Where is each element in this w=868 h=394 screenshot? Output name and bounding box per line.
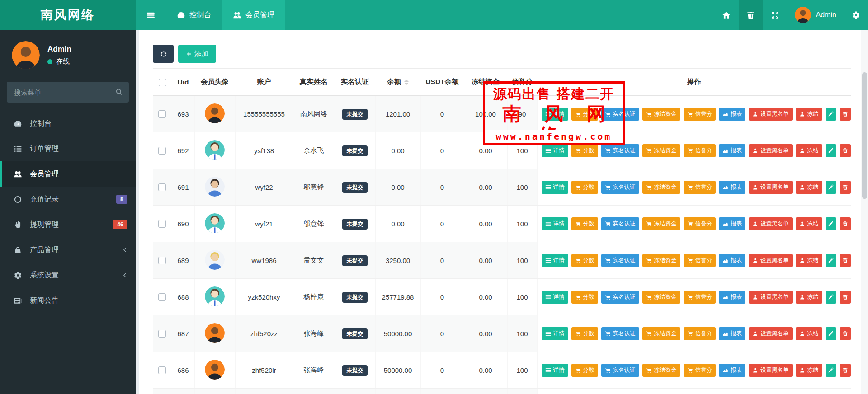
action-btn-6-button[interactable]: 设置黑名单 [749,144,793,157]
sidebar-item-4[interactable]: 提现管理46 [0,212,136,237]
fullscreen-button[interactable] [763,0,788,30]
row-checkbox[interactable] [158,220,166,228]
action-edit-button[interactable] [826,108,837,121]
action-edit-button[interactable] [826,327,837,340]
row-checkbox[interactable] [158,330,166,338]
action-btn-0-button[interactable]: 详情 [542,217,568,230]
action-btn-4-button[interactable]: 信誉分 [684,144,716,157]
action-btn-1-button[interactable]: 分数 [571,181,598,194]
action-btn-4-button[interactable]: 信誉分 [684,254,716,267]
action-btn-1-button[interactable]: 分数 [571,327,598,340]
action-btn-7-button[interactable]: 冻结 [796,217,822,230]
row-checkbox[interactable] [158,147,166,155]
action-btn-2-button[interactable]: 实名认证 [601,291,639,304]
action-btn-6-button[interactable]: 设置黑名单 [749,327,793,340]
column-header[interactable]: 余额 [375,69,420,96]
action-delete-button[interactable] [840,144,851,157]
action-btn-7-button[interactable]: 冻结 [796,254,822,267]
action-btn-4-button[interactable]: 信誉分 [684,327,716,340]
action-btn-1-button[interactable]: 分数 [571,364,598,377]
action-btn-4-button[interactable]: 信誉分 [684,364,716,377]
action-btn-5-button[interactable]: 报表 [719,144,745,157]
nav-tab-dashboard[interactable]: 控制台 [166,0,222,30]
action-btn-2-button[interactable]: 实名认证 [601,108,639,121]
sidebar-item-0[interactable]: 控制台 [0,111,136,136]
action-btn-6-button[interactable]: 设置黑名单 [749,181,793,194]
action-edit-button[interactable] [826,217,837,230]
action-btn-6-button[interactable]: 设置黑名单 [749,217,793,230]
action-btn-0-button[interactable]: 详情 [542,108,568,121]
action-btn-3-button[interactable]: 冻结资金 [642,364,680,377]
action-btn-0-button[interactable]: 详情 [542,254,568,267]
sidebar-item-7[interactable]: 新闻公告 [0,288,136,313]
clear-cache-button[interactable] [739,0,763,30]
action-btn-1-button[interactable]: 分数 [571,291,598,304]
settings-button[interactable] [844,0,868,30]
row-checkbox[interactable] [158,366,166,374]
action-btn-5-button[interactable]: 报表 [719,327,745,340]
action-btn-6-button[interactable]: 设置黑名单 [749,254,793,267]
action-btn-5-button[interactable]: 报表 [719,291,745,304]
action-btn-4-button[interactable]: 信誉分 [684,181,716,194]
sidebar-item-6[interactable]: 系统设置 [0,263,136,288]
sidebar-toggle-button[interactable] [136,0,166,30]
action-btn-7-button[interactable]: 冻结 [796,181,822,194]
action-delete-button[interactable] [840,291,851,304]
row-checkbox[interactable] [158,293,166,301]
refresh-button[interactable] [153,45,174,63]
action-btn-6-button[interactable]: 设置黑名单 [749,291,793,304]
action-btn-1-button[interactable]: 分数 [571,254,598,267]
action-btn-7-button[interactable]: 冻结 [796,108,822,121]
action-btn-0-button[interactable]: 详情 [542,364,568,377]
action-btn-1-button[interactable]: 分数 [571,108,598,121]
action-btn-2-button[interactable]: 实名认证 [601,217,639,230]
action-btn-4-button[interactable]: 信誉分 [684,217,716,230]
action-edit-button[interactable] [826,291,837,304]
action-delete-button[interactable] [840,364,851,377]
select-all-checkbox[interactable] [159,79,166,86]
action-btn-0-button[interactable]: 详情 [542,144,568,157]
action-edit-button[interactable] [826,364,837,377]
action-btn-1-button[interactable]: 分数 [571,217,598,230]
action-btn-4-button[interactable]: 信誉分 [684,291,716,304]
nav-tab-members[interactable]: 会员管理 [222,0,285,30]
action-btn-0-button[interactable]: 详情 [542,181,568,194]
action-btn-2-button[interactable]: 实名认证 [601,181,639,194]
action-btn-7-button[interactable]: 冻结 [796,144,822,157]
action-btn-1-button[interactable]: 分数 [571,144,598,157]
search-input[interactable] [7,82,129,103]
action-delete-button[interactable] [840,181,851,194]
action-btn-7-button[interactable]: 冻结 [796,364,822,377]
action-btn-2-button[interactable]: 实名认证 [601,144,639,157]
action-btn-5-button[interactable]: 报表 [719,108,745,121]
action-delete-button[interactable] [840,108,851,121]
action-btn-5-button[interactable]: 报表 [719,217,745,230]
sidebar-item-5[interactable]: 产品管理 [0,237,136,263]
home-button[interactable] [714,0,739,30]
row-checkbox[interactable] [158,110,166,118]
action-btn-3-button[interactable]: 冻结资金 [642,108,680,121]
add-button[interactable]: 添加 [178,45,216,63]
user-menu[interactable]: Admin [788,0,844,30]
action-btn-2-button[interactable]: 实名认证 [601,254,639,267]
action-btn-3-button[interactable]: 冻结资金 [642,291,680,304]
action-btn-5-button[interactable]: 报表 [719,254,745,267]
action-delete-button[interactable] [840,254,851,267]
scrollbar-thumb[interactable] [862,72,867,199]
action-btn-6-button[interactable]: 设置黑名单 [749,108,793,121]
action-btn-0-button[interactable]: 详情 [542,327,568,340]
sidebar-item-2[interactable]: 会员管理 [0,161,136,187]
action-delete-button[interactable] [840,217,851,230]
action-btn-3-button[interactable]: 冻结资金 [642,254,680,267]
action-btn-6-button[interactable]: 设置黑名单 [749,364,793,377]
action-edit-button[interactable] [826,254,837,267]
action-edit-button[interactable] [826,144,837,157]
action-btn-3-button[interactable]: 冻结资金 [642,327,680,340]
action-btn-5-button[interactable]: 报表 [719,364,745,377]
action-btn-2-button[interactable]: 实名认证 [601,327,639,340]
action-btn-7-button[interactable]: 冻结 [796,327,822,340]
sidebar-item-1[interactable]: 订单管理 [0,136,136,161]
action-btn-0-button[interactable]: 详情 [542,291,568,304]
action-btn-3-button[interactable]: 冻结资金 [642,144,680,157]
row-checkbox[interactable] [158,183,166,191]
